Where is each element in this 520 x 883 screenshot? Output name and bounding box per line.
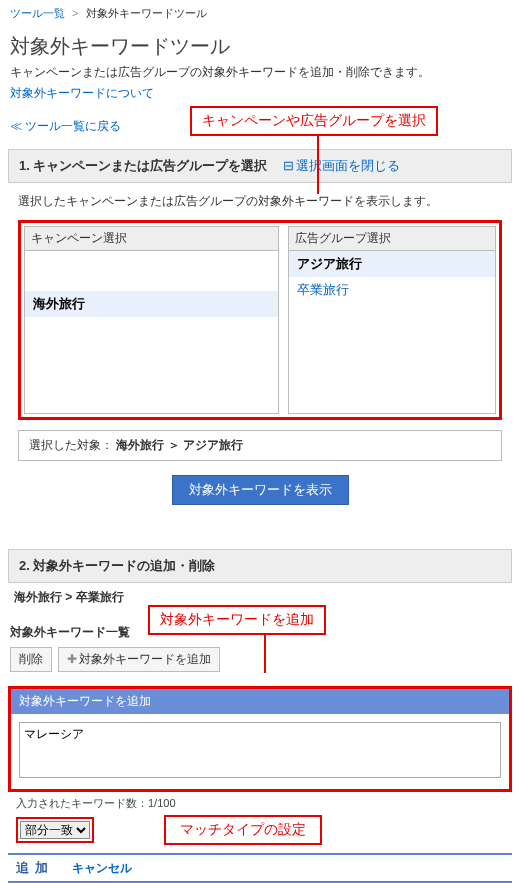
breadcrumb-sep: > [72, 7, 78, 19]
breadcrumb: ツール一覧 > 対象外キーワードツール [0, 0, 520, 25]
add-panel-header: 対象外キーワードを追加 [11, 689, 509, 714]
page-title: 対象外キーワードツール [0, 25, 520, 64]
campaign-item[interactable] [25, 283, 278, 291]
selection-result-label: 選択した対象： [29, 438, 113, 452]
section2-title: 2. 対象外キーワードの追加・削除 [19, 558, 215, 573]
add-keyword-button[interactable]: ✚対象外キーワードを追加 [58, 647, 220, 672]
back-link[interactable]: ツール一覧に戻る [10, 119, 121, 133]
campaign-item[interactable] [25, 259, 278, 267]
selection-result: 選択した対象： 海外旅行 ＞ アジア旅行 [18, 430, 502, 461]
selection-panel: キャンペーン選択 海外旅行 広告グループ選択 アジア旅行 卒業旅行 [18, 220, 502, 420]
section1-title: 1. キャンペーンまたは広告グループを選択 [19, 158, 267, 173]
section2-header: 2. 対象外キーワードの追加・削除 [8, 549, 512, 583]
adgroup-item[interactable]: 卒業旅行 [289, 277, 495, 303]
page-desc: キャンペーンまたは広告グループの対象外キーワードを追加・削除できます。 [0, 64, 520, 85]
campaign-item[interactable] [25, 251, 278, 259]
selection-result-value: 海外旅行 ＞ アジア旅行 [116, 438, 243, 452]
keyword-count: 入力されたキーワード数：1/100 [0, 796, 520, 815]
toggle-selection-link[interactable]: 選択画面を閉じる [283, 158, 400, 173]
keyword-list-title: 対象外キーワード一覧 [8, 616, 512, 647]
campaign-list[interactable]: 海外旅行 [25, 251, 278, 413]
adgroup-item-selected[interactable]: アジア旅行 [289, 251, 495, 277]
breadcrumb-current: 対象外キーワードツール [86, 7, 207, 19]
campaign-item[interactable] [25, 275, 278, 283]
callout-matchtype: マッチタイプの設定 [164, 815, 322, 845]
adgroup-select-header: 広告グループ選択 [289, 227, 495, 251]
campaign-item-selected[interactable]: 海外旅行 [25, 291, 278, 317]
breadcrumb-tools[interactable]: ツール一覧 [10, 7, 65, 19]
add-action-button[interactable]: 追加 [16, 859, 54, 877]
section1-header: 1. キャンペーンまたは広告グループを選択 選択画面を閉じる [8, 149, 512, 183]
section1-desc: 選択したキャンペーンまたは広告グループの対象外キーワードを表示します。 [0, 183, 520, 220]
plus-icon: ✚ [67, 652, 77, 666]
keyword-textarea[interactable] [19, 722, 501, 778]
callout-arrow-1 [317, 134, 319, 194]
show-keywords-button[interactable]: 対象外キーワードを表示 [172, 475, 349, 505]
campaign-item[interactable] [25, 267, 278, 275]
campaign-select-header: キャンペーン選択 [25, 227, 278, 251]
match-type-select-wrap: 部分一致 [16, 817, 94, 843]
adgroup-list[interactable]: アジア旅行 卒業旅行 [289, 251, 495, 413]
add-keyword-panel: 対象外キーワードを追加 [8, 686, 512, 792]
callout-select: キャンペーンや広告グループを選択 [190, 106, 438, 136]
campaign-select-box: キャンペーン選択 海外旅行 [24, 226, 279, 414]
add-action-row: 追加 キャンセル [8, 853, 512, 883]
adgroup-select-box: 広告グループ選択 アジア旅行 卒業旅行 [288, 226, 496, 414]
add-keyword-button-label: 対象外キーワードを追加 [79, 652, 211, 666]
cancel-action-link[interactable]: キャンセル [72, 860, 132, 877]
section2-breadcrumb: 海外旅行 > 卒業旅行 [14, 590, 124, 604]
match-type-select[interactable]: 部分一致 [20, 821, 90, 839]
delete-button[interactable]: 削除 [10, 647, 52, 672]
